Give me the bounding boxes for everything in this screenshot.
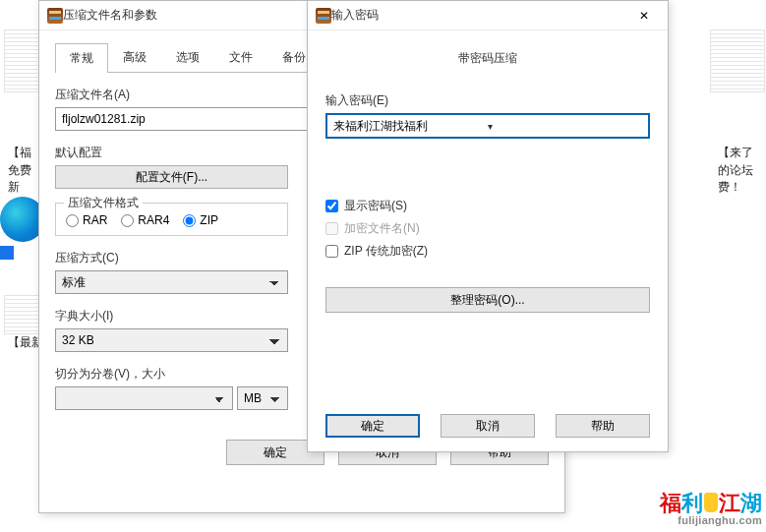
format-zip-radio[interactable]: ZIP: [183, 213, 218, 227]
chevron-down-icon[interactable]: ▾: [488, 121, 642, 132]
split-size-select[interactable]: [55, 386, 233, 410]
watermark: 福利江湖 fulijianghu.com: [660, 489, 762, 526]
close-button[interactable]: ✕: [624, 2, 664, 30]
dictionary-size-label: 字典大小(I): [55, 308, 288, 325]
ok-button[interactable]: 确定: [325, 414, 420, 438]
desktop-file-1-label: 【福 免费 新: [8, 144, 31, 196]
encrypt-filenames-checkbox: 加密文件名(N): [325, 220, 650, 237]
doc-icon: [710, 30, 765, 92]
titlebar[interactable]: 输入密码 ✕: [308, 1, 668, 30]
tab-advanced[interactable]: 高级: [108, 42, 161, 72]
tab-files[interactable]: 文件: [214, 42, 267, 72]
format-rar4-radio[interactable]: RAR4: [121, 213, 169, 227]
split-unit-select[interactable]: MB: [237, 386, 288, 410]
compression-method-select[interactable]: 标准: [55, 270, 288, 294]
desktop-file-3[interactable]: [706, 30, 766, 96]
organize-passwords-button[interactable]: 整理密码(O)...: [325, 287, 650, 313]
split-volumes-label: 切分为分卷(V)，大小: [55, 366, 288, 383]
enter-password-dialog: 输入密码 ✕ 带密码压缩 输入密码(E) 来福利江湖找福利 ▾ 显示密码(S) …: [307, 0, 669, 452]
tab-options[interactable]: 选项: [161, 42, 214, 72]
dialog-footer: 确定 取消 帮助: [325, 394, 650, 438]
zip-legacy-checkbox[interactable]: ZIP 传统加密(Z): [325, 243, 650, 260]
help-button[interactable]: 帮助: [556, 414, 650, 438]
password-value: 来福利江湖找福利: [333, 118, 488, 135]
password-input[interactable]: 来福利江湖找福利 ▾: [325, 113, 650, 139]
format-legend: 压缩文件格式: [64, 195, 143, 211]
profiles-button[interactable]: 配置文件(F)...: [55, 165, 288, 189]
dictionary-size-select[interactable]: 32 KB: [55, 328, 288, 352]
default-profile-label: 默认配置: [55, 145, 288, 161]
shortcut-arrow-icon: [0, 246, 14, 260]
compression-method-label: 压缩方式(C): [55, 250, 288, 266]
close-icon: ✕: [639, 9, 649, 23]
show-password-checkbox[interactable]: 显示密码(S): [325, 198, 650, 214]
cancel-button[interactable]: 取消: [441, 414, 535, 438]
desktop-file-3-label: 【来了 的论坛 费！: [718, 144, 753, 196]
window-title: 输入密码: [331, 7, 624, 24]
format-groupbox: 压缩文件格式 RAR RAR4 ZIP: [55, 203, 288, 236]
dialog-subtitle: 带密码压缩: [325, 50, 650, 67]
tab-general[interactable]: 常规: [55, 43, 108, 73]
winrar-icon: [47, 8, 63, 24]
winrar-icon: [316, 8, 331, 24]
format-rar-radio[interactable]: RAR: [66, 213, 107, 227]
enter-password-label: 输入密码(E): [325, 92, 650, 109]
